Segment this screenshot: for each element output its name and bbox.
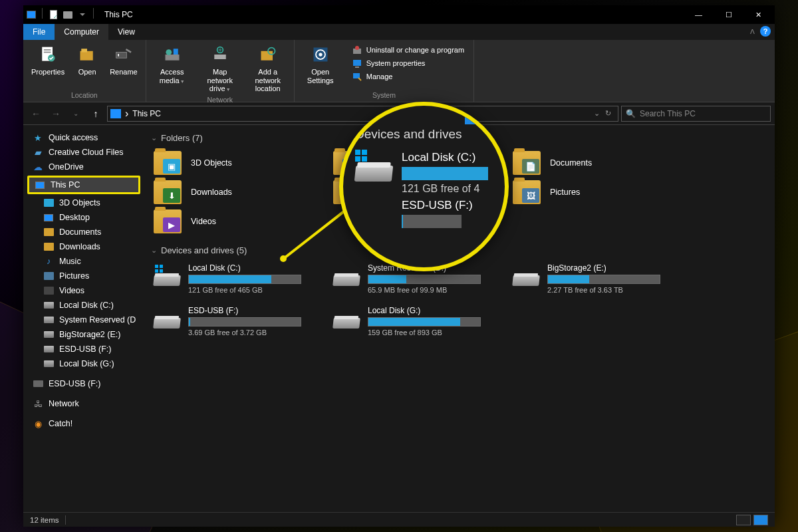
svg-rect-7 <box>118 54 119 57</box>
sidebar-item-localdisk-c[interactable]: Local Disk (C:) <box>23 298 143 313</box>
magnifier-callout: Devices and drives Local Disk (C:) 121 G… <box>339 102 509 271</box>
properties-icon <box>37 44 59 65</box>
drive-bigstorage-e[interactable]: BigStorage2 (E:)2.27 TB free of 3.63 TB <box>510 261 676 297</box>
folder-icon: 🖼 <box>513 180 541 204</box>
folder-videos[interactable]: ▶Videos <box>151 207 317 236</box>
add-network-location-button[interactable]: Add a network location <box>247 43 289 94</box>
app-icon <box>25 8 38 21</box>
svg-rect-5 <box>81 49 87 52</box>
monitor-icon <box>35 180 45 190</box>
svg-rect-12 <box>214 55 226 59</box>
videos-icon <box>43 285 54 296</box>
folder-icon <box>43 198 54 208</box>
highlight-thispc: This PC <box>27 176 140 194</box>
open-settings-button[interactable]: Open Settings <box>300 43 341 86</box>
drive-icon <box>43 344 54 354</box>
sidebar-item-documents[interactable]: Documents <box>23 225 143 239</box>
drive-icon <box>43 358 54 369</box>
folder-pictures[interactable]: 🖼Pictures <box>510 178 676 207</box>
sidebar-item-network[interactable]: 🖧Network <box>23 396 143 411</box>
svg-rect-6 <box>116 53 127 59</box>
manage-button[interactable]: Manage <box>350 70 466 82</box>
magnifier-header: Devices and drives <box>355 127 495 142</box>
up-button[interactable]: ↑ <box>87 106 104 122</box>
map-network-drive-button[interactable]: Map network drive▼ <box>200 43 241 94</box>
back-button[interactable]: ← <box>27 106 45 122</box>
drive-localdisk-c[interactable]: Local Disk (C:)121 GB free of 465 GB <box>151 261 317 297</box>
minimize-button[interactable]: — <box>684 5 714 24</box>
qat-newfolder-icon[interactable] <box>61 8 74 21</box>
sidebar-item-esdusb-ext[interactable]: ESD-USB (F:) <box>23 376 143 391</box>
star-icon: ★ <box>33 132 43 143</box>
sidebar-item-quickaccess[interactable]: ★Quick access <box>23 130 143 145</box>
desktop-icon <box>43 212 54 223</box>
drive-icon <box>154 307 180 329</box>
drive-icon <box>333 307 360 329</box>
pictures-icon <box>43 271 54 281</box>
tab-view[interactable]: View <box>108 24 144 40</box>
folder-downloads[interactable]: ⬇Downloads <box>151 178 317 207</box>
network-icon: 🖧 <box>33 398 43 409</box>
folder-icon <box>43 227 54 237</box>
drive-localdisk-g[interactable]: Local Disk (G:)159 GB free of 893 GB <box>331 303 497 339</box>
maximize-button[interactable]: ☐ <box>714 5 743 24</box>
qat-properties-icon[interactable] <box>47 8 60 21</box>
ribbon-group-system: System <box>300 90 468 99</box>
svg-rect-21 <box>353 60 361 66</box>
ribbon-tabs: File Computer View ᐱ ? <box>23 24 775 40</box>
access-media-button[interactable]: Access media▼ <box>152 43 193 86</box>
onedrive-icon: ☁ <box>33 162 43 172</box>
drive-icon <box>355 151 392 182</box>
access-media-icon <box>162 44 183 65</box>
sidebar: ★Quick access ▰Creative Cloud Files ☁One… <box>23 125 143 512</box>
sidebar-item-catch[interactable]: ◉Catch! <box>23 416 143 431</box>
sidebar-item-ccf[interactable]: ▰Creative Cloud Files <box>23 145 143 160</box>
address-bar[interactable]: › This PC ⌄ ↻ <box>107 106 618 122</box>
creative-cloud-icon: ▰ <box>33 147 43 158</box>
explorer-window: This PC — ☐ ✕ File Computer View ᐱ ? Pro… <box>23 5 775 527</box>
sidebar-item-sysreserved-d[interactable]: System Reserved (D <box>23 313 143 327</box>
folder-documents[interactable]: 📄Documents <box>510 148 676 178</box>
drive-esdusb-f[interactable]: ESD-USB (F:)3.69 GB free of 3.72 GB <box>151 303 317 339</box>
view-details-button[interactable] <box>736 515 751 525</box>
search-input[interactable]: 🔍 Search This PC <box>621 106 771 122</box>
sidebar-item-onedrive[interactable]: ☁OneDrive <box>23 160 143 174</box>
rename-button[interactable]: Rename <box>107 43 140 78</box>
svg-point-20 <box>355 46 359 50</box>
add-location-icon <box>257 44 279 65</box>
music-icon: ♪ <box>43 256 54 267</box>
recent-locations-button[interactable]: ⌄ <box>67 106 84 122</box>
sidebar-item-thispc[interactable]: This PC <box>29 178 138 192</box>
view-tiles-button[interactable] <box>753 515 768 525</box>
sidebar-item-downloads[interactable]: Downloads <box>23 239 143 254</box>
close-button[interactable]: ✕ <box>743 5 773 24</box>
folder-icon: 📄 <box>513 151 541 175</box>
sidebar-item-bigstorage-e[interactable]: BigStorage2 (E:) <box>23 327 143 342</box>
sidebar-item-esdusb-f[interactable]: ESD-USB (F:) <box>23 342 143 356</box>
tab-computer[interactable]: Computer <box>55 24 108 40</box>
folder-3dobjects[interactable]: ▣3D Objects <box>151 148 317 178</box>
properties-button[interactable]: Properties <box>29 43 67 78</box>
drive-icon <box>333 265 360 286</box>
svg-rect-22 <box>355 66 359 68</box>
address-dropdown-icon[interactable]: ⌄ <box>594 109 600 118</box>
folder-icon <box>43 241 54 252</box>
drive-icon <box>43 315 54 325</box>
tab-file[interactable]: File <box>23 24 55 40</box>
collapse-ribbon-icon[interactable]: ᐱ <box>750 28 755 35</box>
sidebar-item-videos[interactable]: Videos <box>23 283 143 298</box>
map-drive-icon <box>209 44 231 65</box>
sidebar-item-localdisk-g[interactable]: Local Disk (G:) <box>23 356 143 371</box>
refresh-button[interactable]: ↻ <box>605 109 611 118</box>
svg-rect-9 <box>165 55 179 61</box>
system-properties-button[interactable]: System properties <box>350 57 466 69</box>
forward-button[interactable]: → <box>47 106 65 122</box>
sidebar-item-pictures[interactable]: Pictures <box>23 269 143 283</box>
sidebar-item-music[interactable]: ♪Music <box>23 254 143 269</box>
sidebar-item-desktop[interactable]: Desktop <box>23 210 143 225</box>
help-icon[interactable]: ? <box>760 26 771 37</box>
open-button[interactable]: Open <box>74 43 100 78</box>
qat-dropdown-icon[interactable] <box>76 8 89 21</box>
sidebar-item-3dobjects[interactable]: 3D Objects <box>23 196 143 210</box>
uninstall-program-button[interactable]: Uninstall or change a program <box>350 44 466 56</box>
